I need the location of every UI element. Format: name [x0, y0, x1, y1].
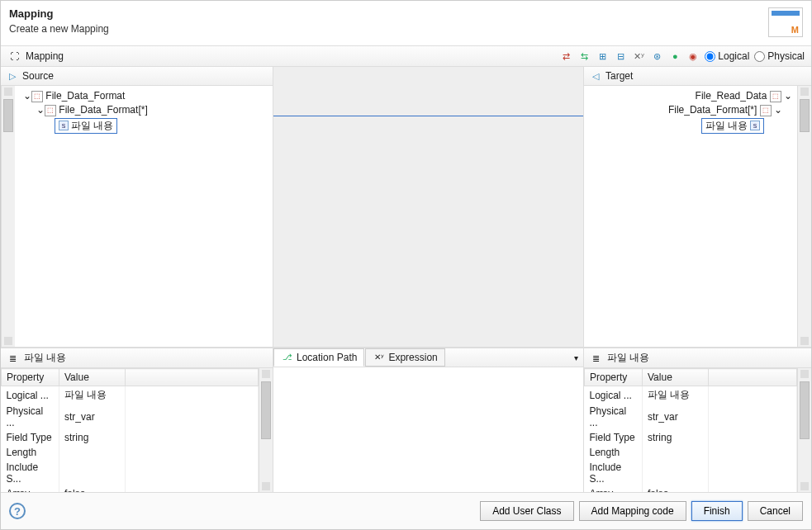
target-title: Target — [605, 70, 633, 82]
expression-icon: ✕ʸ — [373, 351, 386, 364]
source-title: Source — [22, 70, 54, 82]
schema-icon: ⬚ — [31, 91, 43, 102]
prop-key: Field Type — [585, 430, 643, 445]
schema-icon: ⬚ — [770, 91, 781, 102]
mapping-connector-area — [273, 67, 584, 347]
table-row[interactable]: Length — [2, 445, 259, 460]
table-row[interactable]: Field Typestring — [2, 430, 259, 445]
tab-location-path[interactable]: ⎇ Location Path — [273, 348, 364, 367]
source-properties-table: Property Value Logical ...파일 내용Physical … — [1, 368, 259, 492]
col-property[interactable]: Property — [2, 369, 59, 386]
prop-value — [643, 445, 709, 460]
prop-key: Physical ... — [2, 404, 59, 430]
collapse-icon[interactable]: ⊞ — [596, 50, 609, 63]
col-property[interactable]: Property — [585, 369, 643, 386]
table-row[interactable]: Include S... — [585, 460, 797, 486]
target-properties-title: 파일 내용 — [607, 351, 649, 365]
dialog-header: Mapping Create a new Mapping — [1, 1, 811, 45]
tab-overflow-icon[interactable]: ▾ — [574, 353, 583, 362]
properties-row: ≣ 파일 내용 Property Value Logical ...파일 내용P… — [1, 348, 811, 492]
col-value[interactable]: Value — [59, 369, 126, 386]
field-icon: ≣ — [6, 352, 19, 365]
prop-key: Field Type — [2, 430, 59, 445]
source-scrollbar-left[interactable] — [1, 86, 15, 347]
expression-panel: ⎇ Location Path ✕ʸ Expression ▾ — [273, 348, 584, 492]
mapping-wizard-icon — [768, 7, 803, 37]
table-row[interactable]: Logical ...파일 내용 — [585, 386, 797, 405]
finish-button[interactable]: Finish — [691, 501, 743, 521]
prop-value — [59, 460, 126, 486]
prop-key: Include S... — [585, 460, 643, 486]
cancel-button[interactable]: Cancel — [748, 501, 803, 521]
source-leaf-node[interactable]: s 파일 내용 — [17, 117, 271, 135]
target-leaf-node[interactable]: 파일 내용 s — [586, 117, 795, 135]
string-field-icon: s — [750, 121, 760, 130]
table-row[interactable]: Arrayfalse — [2, 486, 259, 492]
prop-key: Array — [585, 486, 643, 492]
table-row[interactable]: Field Typestring — [585, 430, 797, 445]
prop-value: str_var — [643, 404, 709, 430]
schema-icon: ⬚ — [760, 105, 772, 116]
dialog-title: Mapping — [9, 7, 109, 20]
target-props-scrollbar[interactable] — [797, 368, 811, 492]
prop-key: Length — [2, 445, 59, 460]
col-blank — [126, 369, 259, 386]
schema-icon: ⬚ — [45, 105, 56, 116]
dialog-subtitle: Create a new Mapping — [9, 23, 109, 35]
prop-value: str_var — [59, 404, 126, 430]
prop-value: 파일 내용 — [643, 386, 709, 405]
source-properties-panel: ≣ 파일 내용 Property Value Logical ...파일 내용P… — [1, 348, 273, 492]
link-icon[interactable]: ⇄ — [559, 50, 572, 63]
target-root-node[interactable]: File_Read_Data ⬚ ⌄ — [586, 89, 795, 103]
table-row[interactable]: Logical ...파일 내용 — [2, 386, 259, 405]
view-physical-radio[interactable]: Physical — [754, 50, 805, 62]
prop-value — [643, 460, 709, 486]
prop-value: false — [643, 486, 709, 492]
prop-key: Logical ... — [2, 386, 59, 405]
mapping-toolbar: ⛶ Mapping ⇄ ⇆ ⊞ ⊟ ✕ʸ ⊛ ● ◉ Logical Physi… — [1, 46, 811, 67]
expand-icon[interactable]: ⊟ — [614, 50, 627, 63]
add-user-class-button[interactable]: Add User Class — [480, 501, 573, 521]
prop-value: false — [59, 486, 126, 492]
xy-icon[interactable]: ✕ʸ — [632, 50, 645, 63]
target-scrollbar-right[interactable] — [797, 86, 811, 347]
table-row[interactable]: Arrayfalse — [585, 486, 797, 492]
col-value[interactable]: Value — [643, 369, 709, 386]
source-arrow-icon: ▷ — [6, 69, 19, 83]
dot-red-icon[interactable]: ◉ — [686, 50, 700, 63]
source-child-node[interactable]: ⌄⬚ File_Data_Format[*] — [17, 103, 271, 117]
tab-expression[interactable]: ✕ʸ Expression — [365, 348, 444, 367]
string-field-icon: s — [59, 121, 69, 130]
dialog-footer: ? Add User Class Add Mapping code Finish… — [1, 492, 811, 529]
prop-key: Logical ... — [585, 386, 643, 405]
table-row[interactable]: Length — [585, 445, 797, 460]
path-icon: ⎇ — [281, 351, 294, 364]
dot-green-icon[interactable]: ● — [668, 50, 681, 63]
help-icon[interactable]: ? — [9, 503, 26, 519]
target-properties-panel: ≣ 파일 내용 Property Value Logical ...파일 내용P… — [584, 348, 811, 492]
table-row[interactable]: Physical ...str_var — [585, 404, 797, 430]
add-mapping-code-button[interactable]: Add Mapping code — [579, 501, 686, 521]
prop-value: string — [59, 430, 126, 445]
source-root-node[interactable]: ⌄⬚ File_Data_Format — [17, 89, 271, 103]
table-row[interactable]: Include S... — [2, 460, 259, 486]
mapping-dialog: Mapping Create a new Mapping ⛶ Mapping ⇄… — [0, 0, 812, 530]
mapping-tree-icon: ⛶ — [7, 50, 21, 63]
expression-editor[interactable] — [273, 367, 583, 492]
view-logical-radio[interactable]: Logical — [705, 50, 749, 62]
mapping-connection-line[interactable] — [273, 116, 583, 116]
prop-value: string — [643, 430, 709, 445]
prop-key: Physical ... — [585, 404, 643, 430]
target-child-node[interactable]: File_Data_Format[*] ⬚ ⌄ — [586, 103, 795, 117]
source-props-scrollbar[interactable] — [259, 368, 273, 492]
source-panel: ▷ Source ⌄⬚ File_Data_Format ⌄⬚ File_Dat… — [1, 67, 273, 347]
auto-map-icon[interactable]: ⇆ — [577, 50, 591, 63]
target-panel: ◁ Target File_Read_Data ⬚ ⌄ File_Data_Fo… — [584, 67, 811, 347]
field-icon: ≣ — [589, 352, 602, 365]
prop-key: Include S... — [2, 460, 59, 486]
table-row[interactable]: Physical ...str_var — [2, 404, 259, 430]
refresh-icon[interactable]: ⊛ — [650, 50, 663, 63]
target-properties-table: Property Value Logical ...파일 내용Physical … — [584, 368, 797, 492]
mapping-toolbar-label: Mapping — [26, 50, 64, 62]
prop-key: Array — [2, 486, 59, 492]
